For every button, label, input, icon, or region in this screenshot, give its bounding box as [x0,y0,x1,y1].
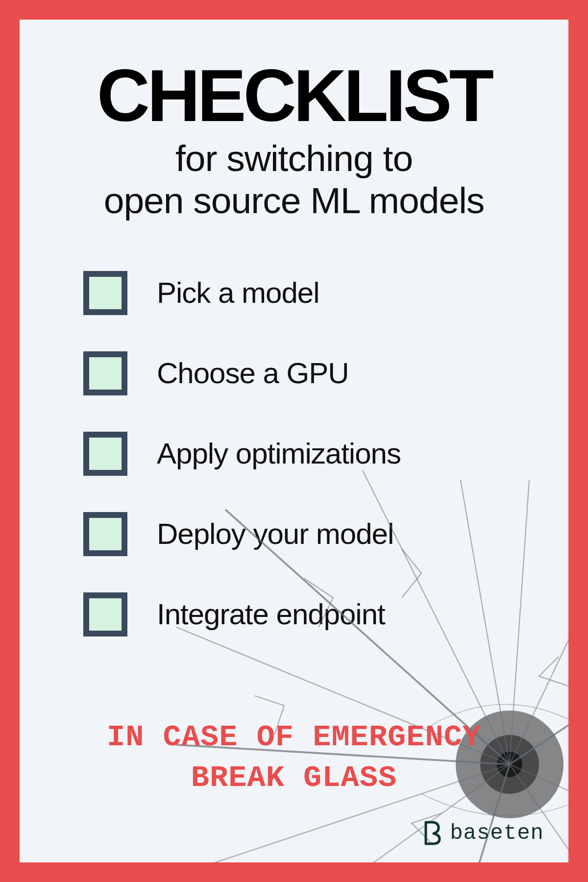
baseten-mark-icon [422,820,443,846]
checkbox-icon[interactable] [83,351,127,395]
title-main: CHECKLIST [54,59,534,132]
checklist-label: Integrate endpoint [157,597,385,631]
brand-name: baseten [450,821,544,845]
title-block: CHECKLIST for switching to open source M… [54,59,534,222]
brand-logo: baseten [422,820,544,846]
checkbox-icon[interactable] [83,592,127,637]
subtitle-line-1: for switching to [175,138,413,179]
emergency-line-1: IN CASE OF EMERGENCY [107,720,481,755]
emergency-line-2: BREAK GLASS [191,760,397,795]
checklist-label: Deploy your model [157,517,393,551]
emergency-caption: IN CASE OF EMERGENCY BREAK GLASS [20,717,568,799]
subtitle-line-2: open source ML models [104,180,485,221]
checklist-item: Deploy your model [83,512,534,556]
checklist-label: Pick a model [157,276,319,310]
checklist-item: Integrate endpoint [83,592,534,637]
title-subtitle: for switching to open source ML models [54,137,534,222]
checklist-label: Apply optimizations [157,437,401,470]
checkbox-icon[interactable] [83,512,127,556]
checklist-panel: CHECKLIST for switching to open source M… [20,20,568,862]
checkbox-icon[interactable] [83,432,127,476]
checklist-item: Choose a GPU [83,351,534,395]
checklist-label: Choose a GPU [157,356,349,390]
checklist: Pick a model Choose a GPU Apply optimiza… [54,271,534,637]
checklist-item: Pick a model [83,271,534,315]
checkbox-icon[interactable] [83,271,127,315]
checklist-item: Apply optimizations [83,432,534,476]
